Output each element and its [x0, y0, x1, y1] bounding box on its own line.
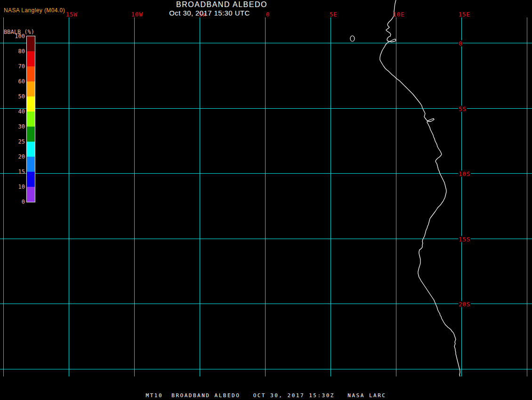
colorbar-tick-60: 60 [3, 79, 25, 84]
satellite-image-viewport: 15W10W5W05E10E15E 05S10S15S20S BBALB (%)… [0, 0, 532, 400]
colorbar-segment [27, 96, 35, 112]
lat-label-20S: 20S [458, 301, 471, 307]
lon-label-15W: 15W [66, 11, 78, 18]
colorbar-tick-0: 0 [3, 199, 25, 205]
lat-label-15S: 15S [458, 236, 471, 242]
lat-label-10S: 10S [458, 171, 471, 177]
colorbar-tick-20: 20 [3, 154, 25, 160]
colorbar-segment [27, 66, 35, 81]
colorbar-tick-70: 70 [3, 64, 25, 69]
colorbar-tick-50: 50 [3, 94, 25, 99]
colorbar-segment [27, 112, 35, 127]
lon-label-0: 0 [266, 11, 270, 18]
colorbar-tick-40: 40 [3, 109, 25, 114]
colorbar-segment [27, 81, 35, 96]
colorbar-tick-80: 80 [3, 48, 25, 54]
lat-label-5S: 5S [458, 106, 467, 112]
footer-caption: MT10 BROADBAND ALBEDO OCT 30, 2017 15:30… [146, 392, 387, 399]
data-source-label: NASA Langley (M04.0) [4, 7, 65, 14]
lat-label-0: 0 [458, 40, 463, 47]
image-datetime: Oct 30, 2017 15:30 UTC [169, 9, 250, 17]
colorbar-tick-25: 25 [3, 139, 25, 144]
colorbar-segment [27, 172, 35, 187]
lon-label-5E: 5E [330, 11, 338, 18]
colorbar-segment [27, 36, 35, 51]
image-title: BROADBAND ALBEDO [176, 0, 267, 9]
colorbar-segment [27, 51, 35, 66]
colorbar-tick-15: 15 [3, 169, 25, 175]
lon-label-15E: 15E [459, 11, 470, 18]
colorbar-tick-30: 30 [3, 124, 25, 129]
map-svg [0, 0, 532, 400]
colorbar-segment [27, 157, 35, 172]
lon-label-10W: 10W [131, 11, 143, 18]
lon-label-10E: 10E [393, 11, 405, 18]
albedo-colorbar [26, 36, 35, 202]
colorbar-segment [27, 127, 35, 142]
colorbar-tick-10: 10 [3, 184, 25, 190]
island-outline [350, 36, 355, 41]
coastline-africa-west [380, 0, 460, 376]
colorbar-segment [27, 142, 35, 157]
colorbar-segment [27, 187, 35, 202]
colorbar-tick-100: 100 [3, 33, 25, 39]
